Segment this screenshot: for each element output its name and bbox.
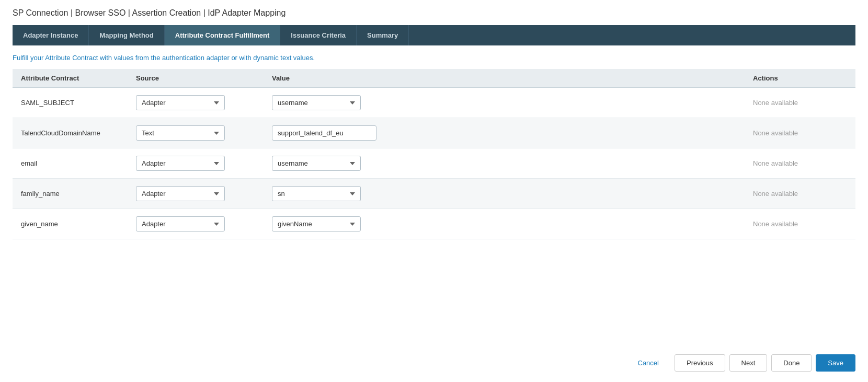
- source-select-given-name[interactable]: Adapter Text: [136, 216, 225, 231]
- actions-email: None available: [753, 159, 847, 167]
- table-row: TalendCloudDomainName Text Adapter None …: [13, 118, 855, 148]
- value-input-talend[interactable]: [272, 125, 376, 141]
- tab-issuance-criteria[interactable]: Issuance Criteria: [280, 25, 357, 45]
- value-talend[interactable]: [272, 125, 753, 141]
- page-wrapper: SP Connection | Browser SSO | Assertion …: [0, 0, 868, 382]
- value-family-name[interactable]: sn: [272, 186, 753, 201]
- cancel-button[interactable]: Cancel: [626, 355, 670, 371]
- breadcrumb: SP Connection | Browser SSO | Assertion …: [13, 8, 855, 18]
- tab-summary[interactable]: Summary: [357, 25, 409, 45]
- col-source: Source: [136, 74, 272, 82]
- source-family-name[interactable]: Adapter Text: [136, 186, 272, 201]
- table-row: given_name Adapter Text givenName None a…: [13, 209, 855, 239]
- col-value: Value: [272, 74, 753, 82]
- table-row: SAML_SUBJECT Adapter Text username None …: [13, 88, 855, 118]
- actions-talend: None available: [753, 129, 847, 137]
- source-given-name[interactable]: Adapter Text: [136, 216, 272, 231]
- tab-attribute-contract[interactable]: Attribute Contract Fulfillment: [165, 25, 281, 45]
- source-talend[interactable]: Text Adapter: [136, 125, 272, 141]
- table-header: Attribute Contract Source Value Actions: [13, 69, 855, 88]
- tab-mapping-method[interactable]: Mapping Method: [89, 25, 164, 45]
- source-select-talend[interactable]: Text Adapter: [136, 125, 225, 141]
- value-given-name[interactable]: givenName: [272, 216, 753, 231]
- value-select-email[interactable]: username: [272, 156, 361, 171]
- value-saml-subject[interactable]: username: [272, 95, 753, 110]
- contract-saml-subject: SAML_SUBJECT: [21, 99, 136, 107]
- description: Fulfill your Attribute Contract with val…: [13, 54, 855, 62]
- actions-family-name: None available: [753, 190, 847, 198]
- value-select-given-name[interactable]: givenName: [272, 216, 361, 231]
- value-select-family-name[interactable]: sn: [272, 186, 361, 201]
- table-row: email Adapter Text username None availab…: [13, 148, 855, 179]
- source-select-email[interactable]: Adapter Text: [136, 156, 225, 171]
- actions-given-name: None available: [753, 220, 847, 228]
- footer: Cancel Previous Next Done Save: [626, 354, 856, 372]
- contract-given-name: given_name: [21, 220, 136, 228]
- save-button[interactable]: Save: [816, 354, 855, 372]
- contract-family-name: family_name: [21, 190, 136, 198]
- next-button[interactable]: Next: [729, 354, 768, 372]
- value-email[interactable]: username: [272, 156, 753, 171]
- source-select-saml-subject[interactable]: Adapter Text: [136, 95, 225, 110]
- contract-email: email: [21, 159, 136, 167]
- actions-saml-subject: None available: [753, 99, 847, 107]
- col-contract: Attribute Contract: [21, 74, 136, 82]
- tab-adapter-instance[interactable]: Adapter Instance: [13, 25, 89, 45]
- source-saml-subject[interactable]: Adapter Text: [136, 95, 272, 110]
- source-email[interactable]: Adapter Text: [136, 156, 272, 171]
- contract-talend: TalendCloudDomainName: [21, 129, 136, 137]
- done-button[interactable]: Done: [771, 354, 812, 372]
- tab-bar: Adapter Instance Mapping Method Attribut…: [13, 25, 855, 45]
- value-select-saml-subject[interactable]: username: [272, 95, 361, 110]
- previous-button[interactable]: Previous: [675, 354, 725, 372]
- source-select-family-name[interactable]: Adapter Text: [136, 186, 225, 201]
- col-actions: Actions: [753, 74, 847, 82]
- table-row: family_name Adapter Text sn None availab…: [13, 179, 855, 209]
